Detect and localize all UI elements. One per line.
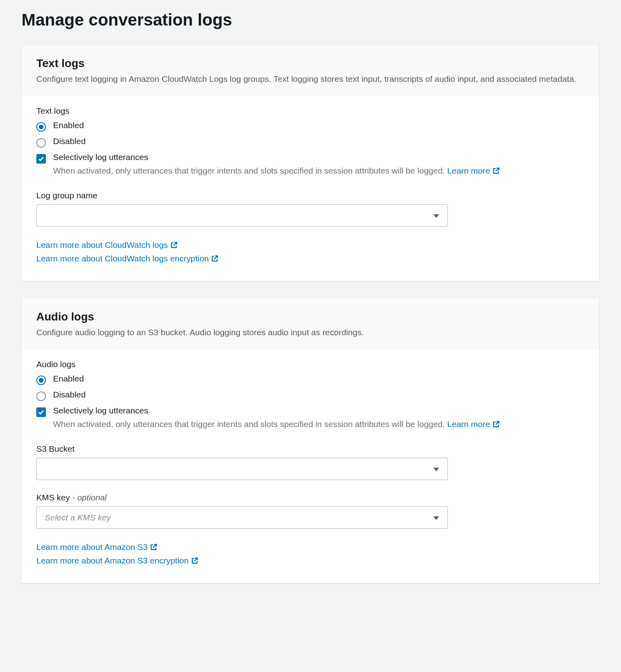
audio-logs-panel: Audio logs Configure audio logging to an… xyxy=(22,298,599,583)
learn-more-amazon-s3-encryption-text: Learn more about Amazon S3 encryption xyxy=(36,556,189,565)
audio-logs-selective-desc-text: When activated, only utterances that tri… xyxy=(53,419,447,429)
audio-logs-group-label: Audio logs xyxy=(36,360,585,369)
kms-key-select[interactable]: Select a KMS key xyxy=(36,506,448,529)
learn-more-cloudwatch-logs-link[interactable]: Learn more about CloudWatch logs xyxy=(36,240,178,249)
text-logs-disabled-label: Disabled xyxy=(53,136,86,146)
learn-more-amazon-s3-encryption-link[interactable]: Learn more about Amazon S3 encryption xyxy=(36,556,198,565)
text-logs-description: Configure text logging in Amazon CloudWa… xyxy=(36,73,585,85)
page-title: Manage conversation logs xyxy=(22,10,599,30)
checkmark-icon xyxy=(38,409,44,415)
caret-down-icon xyxy=(433,211,439,220)
kms-key-label: KMS key - optional xyxy=(36,493,585,502)
audio-logs-selective-checkbox[interactable] xyxy=(36,407,46,417)
text-logs-group-label: Text logs xyxy=(36,106,585,116)
external-link-icon xyxy=(170,241,178,251)
s3-bucket-label: S3 Bucket xyxy=(36,444,585,454)
text-logs-header: Text logs Configure text logging in Amaz… xyxy=(22,45,599,95)
audio-logs-enabled-label: Enabled xyxy=(53,374,84,383)
learn-more-amazon-s3-text: Learn more about Amazon S3 xyxy=(36,542,148,551)
svg-marker-2 xyxy=(433,516,439,520)
log-group-name-select[interactable] xyxy=(36,204,448,227)
audio-logs-enabled-radio[interactable] xyxy=(36,376,46,385)
text-logs-selective-desc-text: When activated, only utterances that tri… xyxy=(53,166,447,175)
text-logs-selective-label: Selectively log utterances xyxy=(53,152,585,162)
caret-down-icon xyxy=(433,513,439,522)
learn-more-amazon-s3-link[interactable]: Learn more about Amazon S3 xyxy=(36,542,157,551)
audio-logs-header: Audio logs Configure audio logging to an… xyxy=(22,298,599,348)
audio-logs-selective-learn-more-text: Learn more xyxy=(447,419,490,429)
audio-logs-disabled-radio[interactable] xyxy=(36,391,46,401)
audio-logs-disabled-label: Disabled xyxy=(53,390,86,399)
audio-logs-selective-desc: When activated, only utterances that tri… xyxy=(53,418,585,431)
learn-more-cloudwatch-logs-text: Learn more about CloudWatch logs xyxy=(36,240,168,249)
text-logs-selective-learn-more-text: Learn more xyxy=(447,166,490,175)
external-link-icon xyxy=(211,255,218,264)
text-logs-panel: Text logs Configure text logging in Amaz… xyxy=(22,45,599,281)
external-link-icon xyxy=(492,419,500,431)
text-logs-disabled-radio[interactable] xyxy=(36,138,46,148)
audio-logs-selective-label: Selectively log utterances xyxy=(53,406,585,415)
external-link-icon xyxy=(191,557,198,566)
external-link-icon xyxy=(150,543,157,553)
kms-key-placeholder: Select a KMS key xyxy=(45,513,111,522)
text-logs-selective-learn-more-link[interactable]: Learn more xyxy=(447,166,500,175)
audio-logs-selective-learn-more-link[interactable]: Learn more xyxy=(447,419,500,429)
audio-logs-heading: Audio logs xyxy=(36,310,585,323)
svg-marker-0 xyxy=(433,214,439,218)
external-link-icon xyxy=(492,165,500,178)
text-logs-heading: Text logs xyxy=(36,57,585,70)
learn-more-cloudwatch-encryption-text: Learn more about CloudWatch logs encrypt… xyxy=(36,254,209,263)
checkmark-icon xyxy=(38,156,44,162)
caret-down-icon xyxy=(433,464,439,474)
text-logs-enabled-radio[interactable] xyxy=(36,122,46,132)
text-logs-selective-desc: When activated, only utterances that tri… xyxy=(53,164,585,178)
learn-more-cloudwatch-encryption-link[interactable]: Learn more about CloudWatch logs encrypt… xyxy=(36,254,218,263)
kms-key-label-optional: - optional xyxy=(72,493,107,502)
s3-bucket-select[interactable] xyxy=(36,458,448,480)
kms-key-label-main: KMS key xyxy=(36,493,72,502)
svg-marker-1 xyxy=(433,468,439,471)
text-logs-selective-checkbox[interactable] xyxy=(36,154,46,164)
audio-logs-description: Configure audio logging to an S3 bucket.… xyxy=(36,326,585,338)
text-logs-enabled-label: Enabled xyxy=(53,121,84,130)
log-group-name-label: Log group name xyxy=(36,191,585,200)
